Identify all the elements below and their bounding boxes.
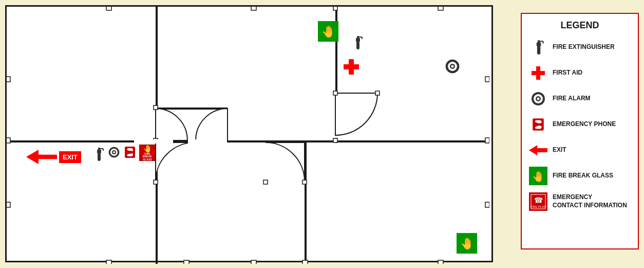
fire-extinguisher-top-room: [352, 35, 363, 53]
svg-point-46: [451, 65, 454, 68]
emergency-phone-corridor: [124, 146, 136, 162]
svg-rect-24: [97, 150, 101, 153]
legend-item-fire-alarm: FIRE ALARM: [529, 90, 631, 108]
svg-rect-0: [106, 7, 111, 10]
legend-first-aid-icon: [529, 64, 547, 82]
door-gap-2: [188, 139, 227, 144]
wall-vertical-left-top: [156, 7, 158, 107]
fire-break-glass-corridor: 🤚 FIRE BREAKGLASS: [139, 145, 156, 161]
legend-fire-alarm-icon: [529, 90, 547, 108]
legend-fire-alarm-label: FIRE ALARM: [553, 95, 591, 103]
wall-v3: [156, 142, 158, 264]
svg-rect-6: [7, 202, 10, 207]
legend-fire-extinguisher-label: FIRE EXTINGUISHER: [553, 43, 615, 51]
legend-emergency-phone-label: EMERGENCY PHONE: [553, 120, 616, 129]
svg-rect-7: [485, 77, 489, 82]
svg-rect-40: [344, 64, 359, 69]
door-gap-1: [134, 139, 173, 144]
legend-item-fire-extinguisher: FIRE EXTINGUISHER: [529, 38, 631, 57]
legend-item-fire-break-glass: 🤚 FIRE BREAK GLASS: [529, 167, 631, 185]
fire-break-glass-top-room: 🤚: [318, 21, 338, 42]
legend-emergency-phone-icon: [529, 115, 547, 134]
svg-rect-36: [357, 36, 359, 39]
first-aid-top-room: [343, 58, 360, 78]
legend-item-first-aid: FIRST AID: [529, 64, 631, 82]
svg-rect-12: [251, 260, 256, 264]
svg-text:FIRE PLAN: FIRE PLAN: [530, 205, 546, 208]
svg-rect-21: [263, 180, 268, 184]
legend-exit-label: EXIT: [553, 146, 566, 154]
svg-text:🤚: 🤚: [460, 237, 475, 251]
fire-break-glass-bottom-right: 🤚: [457, 233, 477, 254]
wall-v4: [305, 142, 307, 264]
svg-rect-10: [106, 260, 111, 264]
legend-emergency-contact-label: EMERGENCY CONTACT INFORMATION: [553, 193, 627, 209]
fire-alarm-corridor: [108, 147, 120, 160]
svg-rect-51: [538, 40, 540, 43]
legend-item-emergency-phone: EMERGENCY PHONE: [529, 115, 631, 134]
fire-extinguisher-corridor: [93, 147, 104, 165]
legend-exit-arrow: [529, 145, 547, 155]
wall-inner-h1: [156, 108, 192, 110]
svg-rect-35: [356, 38, 360, 42]
svg-point-59: [537, 98, 540, 100]
door-arcs-svg: [7, 7, 489, 264]
fire-alarm-top-right: [445, 59, 460, 77]
svg-rect-50: [537, 42, 541, 46]
legend-exit-icon: [529, 141, 547, 159]
svg-rect-34: [356, 41, 359, 49]
svg-rect-14: [438, 260, 443, 264]
legend-fire-break-glass-icon: 🤚: [529, 167, 547, 185]
wall-v2-seg2: [335, 138, 337, 143]
legend-item-exit: EXIT: [529, 141, 631, 159]
legend-item-emergency-contact: ☎ FIRE PLAN EMERGENCY CONTACT INFORMATIO…: [529, 192, 631, 211]
svg-text:🤚: 🤚: [532, 170, 545, 183]
legend-fire-extinguisher-icon: [529, 38, 547, 57]
svg-text:☎: ☎: [534, 196, 543, 204]
legend-panel: LEGEND FIRE EXTINGUISHER: [521, 13, 639, 249]
exit-arrow-corridor: EXIT: [26, 150, 81, 164]
exit-label: EXIT: [59, 151, 81, 163]
svg-rect-23: [98, 153, 101, 161]
legend-emergency-contact-icon: ☎ FIRE PLAN: [529, 192, 547, 211]
svg-text:🤚: 🤚: [321, 25, 336, 39]
legend-fire-break-glass-label: FIRE BREAK GLASS: [553, 172, 613, 180]
svg-rect-55: [532, 71, 545, 75]
exit-arrow-shape: [26, 150, 57, 164]
svg-point-31: [113, 151, 115, 153]
wall-corridor-right: [335, 93, 376, 95]
wall-inner-h2: [192, 108, 228, 110]
floorplan: EXIT: [5, 5, 493, 262]
svg-rect-25: [98, 148, 100, 150]
legend-first-aid-label: FIRST AID: [553, 69, 582, 77]
svg-rect-1: [251, 7, 256, 10]
svg-rect-4: [7, 77, 10, 82]
svg-rect-33: [128, 151, 131, 154]
svg-rect-49: [537, 46, 540, 55]
main-container: EXIT: [0, 0, 644, 268]
wall-v2-seg1: [335, 7, 337, 93]
svg-rect-11: [184, 260, 189, 264]
legend-title: LEGEND: [529, 20, 631, 31]
svg-rect-3: [438, 7, 443, 10]
wall-horizontal-middle: [7, 140, 489, 142]
svg-rect-9: [485, 202, 489, 207]
